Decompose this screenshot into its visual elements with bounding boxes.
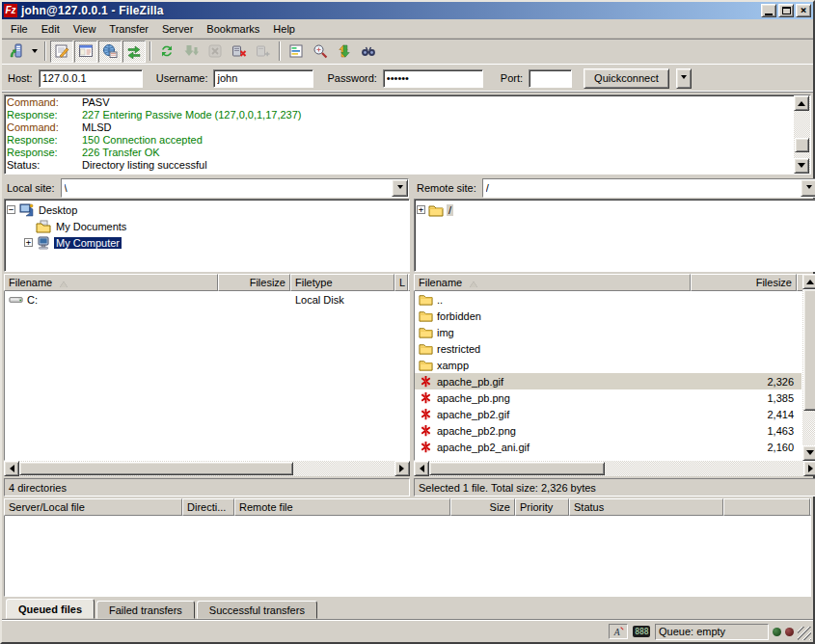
transfer-type-icon[interactable]: A <box>609 624 628 639</box>
synchronized-browsing-button[interactable] <box>333 40 356 63</box>
minimize-button[interactable] <box>761 4 776 17</box>
scroll-up-button[interactable] <box>802 274 815 289</box>
message-log-vscrollbar[interactable] <box>794 95 810 174</box>
file-row-apache-pb-gif[interactable]: apache_pb.gif2,326 <box>415 373 801 389</box>
password-input[interactable] <box>383 69 483 88</box>
scroll-down-button[interactable] <box>802 445 815 461</box>
scroll-down-button[interactable] <box>794 158 809 174</box>
column-header-spacer[interactable] <box>723 498 810 516</box>
remote-site-dropdown-button[interactable] <box>801 179 815 197</box>
file-row-xampp[interactable]: xampp <box>415 357 801 373</box>
scroll-track[interactable] <box>794 111 810 158</box>
file-row-apache-pb2-ani-gif[interactable]: apache_pb2_ani.gif2,160 <box>415 439 801 455</box>
menu-item-transfer[interactable]: Transfer <box>102 21 155 37</box>
filename-filters-button[interactable] <box>285 40 308 63</box>
column-header-remote-file[interactable]: Remote file <box>234 498 450 516</box>
title-bar[interactable]: Fz john@127.0.0.1 - FileZilla × <box>2 2 813 19</box>
file-row-apache-pb2-gif[interactable]: apache_pb2.gif2,414 <box>415 406 801 422</box>
column-header-directi-[interactable]: Directi... <box>182 498 234 516</box>
toggle-local-tree-button[interactable] <box>74 40 97 63</box>
column-header-server-local-file[interactable]: Server/Local file <box>4 498 182 516</box>
close-button[interactable]: × <box>796 4 811 17</box>
quickconnect-dropdown-button[interactable] <box>676 68 692 89</box>
column-header-l[interactable]: L <box>394 274 408 291</box>
column-header-label: Size <box>490 501 510 513</box>
tab-successful-transfers[interactable]: Successful transfers <box>197 601 317 619</box>
tree-item-desktop[interactable]: −Desktop <box>7 201 409 218</box>
toggle-message-log-button[interactable] <box>50 40 73 63</box>
menu-item-help[interactable]: Help <box>266 21 302 37</box>
disconnect-button[interactable] <box>228 40 251 63</box>
site-manager-button[interactable] <box>5 40 28 63</box>
column-header-priority[interactable]: Priority <box>515 498 569 516</box>
disk-icon <box>9 292 24 308</box>
toggle-remote-tree-button[interactable] <box>98 40 122 63</box>
toolbar-dropdown-button[interactable] <box>29 40 41 63</box>
username-input[interactable] <box>213 69 313 88</box>
remote-vscrollbar[interactable] <box>802 274 815 461</box>
file-row-forbidden[interactable]: forbidden <box>415 308 801 324</box>
expand-icon[interactable]: + <box>417 205 425 214</box>
file-row-restricted[interactable]: restricted <box>415 340 801 357</box>
menu-item-bookmarks[interactable]: Bookmarks <box>200 21 266 37</box>
column-header-filetype[interactable]: Filetype <box>290 274 394 291</box>
port-input[interactable] <box>529 69 572 88</box>
collapse-icon[interactable]: − <box>7 205 15 214</box>
expand-icon[interactable]: + <box>24 238 33 247</box>
toggle-message-log-icon <box>54 43 69 59</box>
refresh-button[interactable] <box>155 40 178 63</box>
remote-site-combo[interactable] <box>482 178 815 198</box>
remote-site-input[interactable] <box>483 179 801 197</box>
scroll-thumb[interactable] <box>803 289 815 411</box>
file-row-img[interactable]: img <box>415 324 801 340</box>
toggle-queue-button[interactable] <box>122 40 146 63</box>
tree-item--[interactable]: +/ <box>417 201 815 218</box>
column-header-filename[interactable]: Filename <box>4 274 218 291</box>
log-line-label: Command: <box>7 121 82 134</box>
scroll-thumb[interactable] <box>19 462 293 475</box>
local-hscrollbar[interactable] <box>4 461 410 476</box>
local-site-dropdown-button[interactable] <box>392 179 408 197</box>
remote-hscrollbar[interactable] <box>414 461 815 476</box>
column-header-filesize[interactable]: Filesize <box>691 274 797 291</box>
local-site-input[interactable] <box>62 179 392 197</box>
speed-limit-icon[interactable]: 888 <box>632 624 651 639</box>
column-header-filesize[interactable]: Filesize <box>218 274 290 291</box>
svg-text:888: 888 <box>635 628 649 636</box>
menu-item-server[interactable]: Server <box>155 21 200 37</box>
maximize-button[interactable] <box>778 4 794 17</box>
scroll-thumb[interactable] <box>429 462 605 475</box>
send-indicator-led <box>785 628 794 636</box>
find-files-button[interactable] <box>357 40 380 63</box>
scroll-track[interactable] <box>429 461 803 476</box>
column-header-filename[interactable]: Filename <box>414 274 691 291</box>
menu-item-view[interactable]: View <box>67 21 103 37</box>
file-row-apache-pb2-png[interactable]: apache_pb2.png1,463 <box>415 422 801 439</box>
scroll-thumb[interactable] <box>795 138 809 152</box>
log-line-label: Response: <box>7 134 82 147</box>
quickconnect-button[interactable]: Quickconnect <box>584 68 669 89</box>
scroll-track[interactable] <box>802 289 815 445</box>
scroll-left-button[interactable] <box>4 461 19 476</box>
scroll-right-button[interactable] <box>394 461 410 476</box>
file-row-apache-pb-png[interactable]: apache_pb.png1,385 <box>415 389 801 406</box>
menu-item-file[interactable]: File <box>4 21 35 37</box>
file-row-c-[interactable]: C:Local Disk <box>5 291 409 308</box>
scroll-right-button[interactable] <box>803 461 815 476</box>
column-header-size[interactable]: Size <box>450 498 515 516</box>
directory-comparison-button[interactable] <box>309 40 332 63</box>
host-input[interactable] <box>39 69 143 88</box>
menu-item-edit[interactable]: Edit <box>35 21 67 37</box>
tab-failed-transfers[interactable]: Failed transfers <box>96 601 195 619</box>
scroll-up-button[interactable] <box>794 95 809 111</box>
local-site-combo[interactable] <box>61 178 409 198</box>
documents-icon <box>36 219 51 234</box>
file-row--[interactable]: .. <box>415 291 801 308</box>
scroll-track[interactable] <box>19 461 394 476</box>
column-header-status[interactable]: Status <box>569 498 723 516</box>
scroll-left-button[interactable] <box>414 461 429 476</box>
resize-grip[interactable] <box>798 627 811 640</box>
tab-queued-files[interactable]: Queued files <box>6 599 95 619</box>
tree-item-my-documents[interactable]: My Documents <box>7 218 409 234</box>
tree-item-my-computer[interactable]: +My Computer <box>7 234 409 251</box>
